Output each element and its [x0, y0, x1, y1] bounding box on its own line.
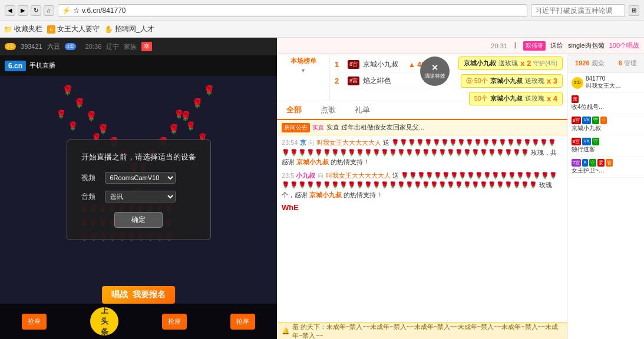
rank2-name: 焰之绯色 — [363, 76, 391, 86]
address-bar[interactable]: ⚡ ☆ v.6.cn/841770 — [58, 4, 527, 17]
browser-controls: ◀ ▶ ↻ ⌂ — [5, 5, 54, 16]
coins-label: 六豆 — [47, 42, 60, 51]
bookmark-folder[interactable]: 📁 收藏夹栏 — [4, 24, 42, 34]
username-5: 女王护卫~<黄道> — [572, 167, 607, 175]
logo-6cn: 6.cn — [5, 61, 26, 71]
tabs-icon[interactable]: ⊞ — [629, 5, 639, 16]
tab-all[interactable]: 全部 — [277, 101, 311, 120]
device-dialog-overlay: 开始直播之前，请选择适当的设备 视频 6RoomsCamV10 音频 遥讯 确定 — [0, 76, 277, 304]
chat-highlight-1: 京城小九叔 — [296, 158, 329, 165]
gift1-action: 送玫瑰 — [498, 59, 518, 68]
video-row: 视频 6RoomsCamV10 — [81, 172, 196, 184]
badge-mgr: 管 — [606, 159, 613, 167]
action-text: 送给 — [550, 41, 563, 50]
user5-badges: 7宫 K 守 爱 管 — [572, 159, 640, 167]
badge-star: ☆ — [600, 117, 607, 124]
stream-location: 辽宁 — [106, 42, 119, 51]
chat-target-2: 叫我女王大大大大大人 — [326, 172, 391, 179]
stream-panel: 2① 393421 六豆 3① 20:36 辽宁 家族 幸 6.cn 手机直播 … — [0, 38, 277, 339]
grab-seat-btn3[interactable]: 抢座 — [230, 314, 255, 330]
sidebar-user-3: 8宫 VK 守 ☆ 京城小九叔 — [568, 114, 644, 135]
tab-song-request[interactable]: 点歌 — [311, 101, 345, 120]
confirm-button[interactable]: 确定 — [114, 212, 163, 228]
gift3-extra: 50个 — [474, 94, 488, 103]
avatar-1: 2① — [572, 77, 583, 89]
username-3: 京城小九叔 — [572, 124, 607, 132]
search-input[interactable] — [531, 4, 625, 17]
stream-category: 家族 — [124, 42, 137, 51]
badge-guard-2: 守 — [592, 138, 599, 145]
rank-tab[interactable]: 本场榜单 ▼ — [277, 54, 330, 101]
folder-icon: 📁 — [4, 25, 12, 34]
forward-button[interactable]: ▶ — [18, 5, 28, 16]
rank1-number: 1 — [335, 60, 344, 69]
gift3-action: 送玫瑰 — [525, 94, 544, 103]
username-1b: 叫我女王大大... — [586, 82, 621, 90]
back-button[interactable]: ◀ — [5, 5, 15, 16]
manage-count: 6 管理 — [619, 59, 637, 68]
chat-user-2: 小九叔 — [296, 172, 315, 179]
user4-badges: 8宫 VK 守 — [572, 138, 640, 145]
badge-7gong: 7宫 — [572, 159, 581, 167]
gift-notif-3: 50个 京城小九叔 送玫瑰 x 4 — [469, 92, 563, 105]
chat-area: 23:54 京 向 叫我女王大大大大大人 送 🌹🌹🌹🌹🌹🌹🌹🌹🌹🌹🌹🌹🌹🌹🌹🌹🌹… — [277, 135, 567, 323]
thunder-icon: ⚡ — [62, 6, 71, 15]
sidebar-right: 1926 观众 6 管理 2① 841770 叫我女王大大... — [567, 54, 644, 339]
target-text: single肉包菊 — [568, 41, 605, 50]
stream-header: 2① 393421 六豆 3① 20:36 辽宁 家族 幸 — [0, 38, 277, 55]
sidebar-header: 1926 观众 6 管理 — [568, 54, 644, 73]
mobile-live-label: 手机直播 — [29, 61, 55, 70]
video-label: 视频 — [81, 173, 98, 183]
close-icon: ✕ — [431, 63, 438, 72]
gift3-count: x 4 — [547, 94, 557, 103]
badge-vk-2: VK — [582, 138, 591, 145]
badge-k: K — [582, 159, 587, 167]
chat-text-2b: 的热情支持！ — [344, 191, 382, 198]
audio-select[interactable]: 遥讯 — [105, 191, 176, 202]
sidebar-user-1: 2① 841770 叫我女王大大... — [568, 73, 644, 93]
stream-bottom-bar: 抢座 上头条 抢座 抢座 — [0, 304, 277, 339]
rank1-badge: 8宫 — [348, 60, 359, 69]
audio-label: 音频 — [81, 192, 98, 202]
bookmark-site1[interactable]: 6 女王大人要守 — [47, 24, 100, 34]
chat-message-2: 23:5 小九叔 向 叫我女王大大大大大人 送 🌹🌹🌹🌹🌹🌹🌹🌹🌹🌹🌹🌹🌹🌹🌹🌹… — [282, 171, 563, 200]
refresh-button[interactable]: ↻ — [31, 5, 41, 16]
device-dialog: 开始直播之前，请选择适当的设备 视频 6RoomsCamV10 音频 遥讯 确定 — [67, 139, 211, 240]
badge-guard: 守 — [592, 117, 599, 124]
gift-notifs-container: ✕ 清除特效 京城小九叔 送玫瑰 x 2 守护(4/5) ⑤ 50个 京城小九叔 — [438, 54, 567, 101]
rank2-number: 2 — [335, 77, 344, 85]
gift-notif-2: ⑤ 50个 京城小九叔 送玫瑰 x 3 — [461, 74, 563, 88]
badge-8gong: 8宫 — [572, 117, 581, 124]
category-badge: 幸 — [141, 42, 152, 51]
browser-bar: ◀ ▶ ↻ ⌂ ⚡ ☆ v.6.cn/841770 ⊞ — [0, 0, 644, 21]
top-headline-btn[interactable]: 上头条 — [90, 307, 118, 335]
audience-count: 1926 观众 — [575, 59, 605, 68]
grab-seat-btn1[interactable]: 抢座 — [22, 314, 47, 330]
broadcast-time: 20:31 — [491, 42, 507, 49]
badge-love: 爱 — [597, 159, 605, 167]
tab-gifts[interactable]: 礼单 — [345, 101, 379, 120]
notice-price-tag: 实直 — [312, 124, 324, 132]
grab-seat-btn2[interactable]: 抢座 — [162, 314, 187, 330]
bookmark-folder-label: 收藏夹栏 — [14, 24, 42, 34]
gift1-count: x 2 — [520, 59, 531, 68]
hand-icon: ✋ — [104, 25, 113, 34]
video-select[interactable]: 6RoomsCamV10 — [105, 172, 176, 184]
bottom-warning-bar: 🔔 羞 的天下：未成年~禁入~~未成年~禁入~~未成年~禁入~~未成年~禁入~~… — [277, 323, 567, 339]
coin-count-badge: 3① — [65, 43, 76, 50]
detected-text-whe: WhE — [282, 203, 563, 212]
chat-text-1: 的热情支持！ — [331, 158, 369, 165]
warning-text: 羞 的天下：未成年~禁入~~未成年~禁入~~未成年~禁入~~未成年~禁入~~未成… — [292, 323, 563, 339]
chat-time-2: 23:5 — [282, 172, 294, 179]
gift2-extra: ⑤ 50个 — [466, 77, 488, 85]
badge-vk: VK — [582, 117, 591, 124]
home-button[interactable]: ⌂ — [44, 5, 54, 16]
username-4: 独行道客 — [572, 145, 607, 154]
bookmark-site2[interactable]: ✋ 招聘网_人才 — [104, 24, 154, 34]
chat-message-1: 23:54 京 向 叫我女王大大大大大人 送 🌹🌹🌹🌹🌹🌹🌹🌹🌹🌹🌹🌹🌹🌹🌹🌹🌹… — [282, 138, 563, 167]
main-content: 2① 393421 六豆 3① 20:36 辽宁 家族 幸 6.cn 手机直播 … — [0, 38, 644, 339]
sidebar-user-5: 7宫 K 守 爱 管 女王护卫~<黄道> — [568, 157, 644, 178]
username-1: 841770 — [586, 75, 621, 82]
chat-action-1: 送 — [383, 139, 391, 146]
clear-effects-button[interactable]: ✕ 清除特效 — [420, 56, 450, 86]
